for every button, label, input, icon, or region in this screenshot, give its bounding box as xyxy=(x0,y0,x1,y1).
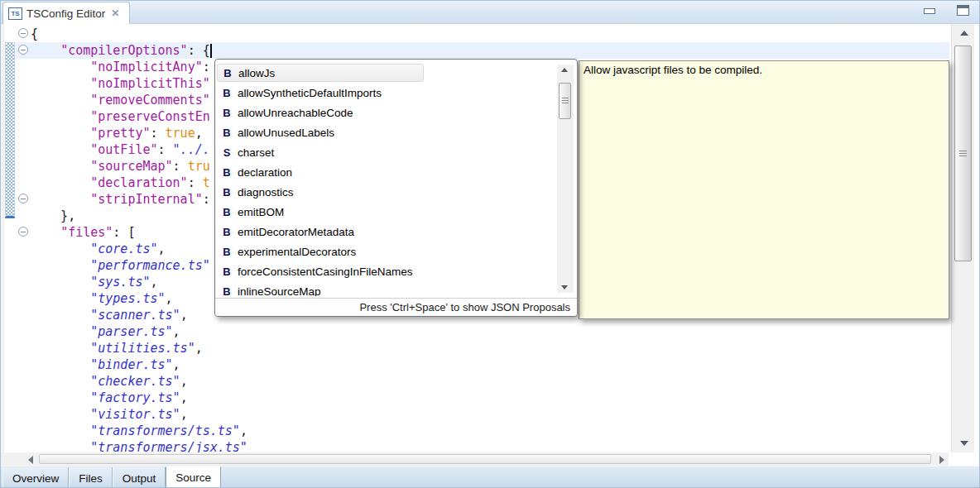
marker-ruler xyxy=(1,24,4,452)
completion-item-label: emitBOM xyxy=(238,206,284,218)
completion-item-label: experimentalDecorators xyxy=(238,246,356,258)
completion-popup: BallowJsBallowSyntheticDefaultImportsBal… xyxy=(214,59,578,317)
completion-item-label: allowUnreachableCode xyxy=(238,107,353,119)
doc-tooltip: Allow javascript files to be compiled. xyxy=(579,60,949,319)
completion-item-label: declaration xyxy=(238,166,292,179)
boolean-type-icon: B xyxy=(223,67,233,79)
popup-status-text: Press 'Ctrl+Space' to show JSON Proposal… xyxy=(359,301,570,313)
code-line[interactable]: "visitor.ts", xyxy=(31,406,949,423)
code-line[interactable]: "binder.ts", xyxy=(31,356,949,373)
popup-scroll-down-icon[interactable] xyxy=(561,285,568,289)
boolean-type-icon: B xyxy=(222,285,232,297)
boolean-type-icon: B xyxy=(222,166,232,179)
doc-tooltip-text: Allow javascript files to be compiled. xyxy=(584,64,762,76)
completion-item-label: diagnostics xyxy=(238,186,294,199)
completion-item-allowJs[interactable]: BallowJs xyxy=(217,64,424,82)
completion-item-label: forceConsistentCasingInFileNames xyxy=(238,266,413,278)
boolean-type-icon: B xyxy=(222,107,232,119)
code-line[interactable]: "checker.ts", xyxy=(31,373,949,390)
completion-item-label: emitDecoratorMetadata xyxy=(238,226,354,238)
code-line[interactable]: "utilities.ts", xyxy=(31,340,949,356)
minimize-icon[interactable] xyxy=(924,8,935,14)
completion-list: BallowJsBallowSyntheticDefaultImportsBal… xyxy=(217,63,555,296)
boolean-type-icon: B xyxy=(222,266,232,278)
popup-scrollbar-grip xyxy=(562,98,569,104)
fold-range-indicator xyxy=(5,42,15,218)
popup-scrollbar-thumb[interactable] xyxy=(559,83,571,119)
boolean-type-icon: B xyxy=(222,127,232,139)
vertical-scrollbar-thumb[interactable] xyxy=(954,45,972,261)
boolean-type-icon: B xyxy=(222,226,232,238)
completion-item-allowUnusedLabels[interactable]: BallowUnusedLabels xyxy=(217,122,555,142)
boolean-type-icon: B xyxy=(222,186,232,199)
ts-file-icon: TS xyxy=(8,7,22,20)
completion-item-experimentalDecorators[interactable]: BexperimentalDecorators xyxy=(217,242,555,261)
editor-tab-bar: TS TSConfig Editor ✕ xyxy=(1,1,980,24)
view-controls xyxy=(924,5,969,16)
tab-files[interactable]: Files xyxy=(69,467,113,488)
tab-overview[interactable]: Overview xyxy=(2,467,69,488)
maximize-icon[interactable] xyxy=(957,5,969,16)
close-icon[interactable]: ✕ xyxy=(111,7,119,19)
completion-item-allowUnreachableCode[interactable]: BallowUnreachableCode xyxy=(217,103,555,122)
scrollbar-corner xyxy=(1,452,24,466)
text-cursor xyxy=(210,44,212,58)
tsconfig-editor-window: TS TSConfig Editor ✕ { "compilerOptions"… xyxy=(0,0,980,488)
completion-item-inlineSourceMap[interactable]: BinlineSourceMap xyxy=(217,281,555,296)
boolean-type-icon: B xyxy=(222,87,232,99)
popup-scroll-up-icon[interactable] xyxy=(561,68,568,72)
code-line[interactable]: "transformers/jsx.ts" xyxy=(31,439,949,452)
code-line[interactable]: "parser.ts", xyxy=(31,323,949,340)
horizontal-scrollbar-thumb[interactable] xyxy=(39,454,931,464)
bottom-tab-bar: OverviewFilesOutputSource xyxy=(1,466,980,488)
popup-scrollbar[interactable] xyxy=(557,65,574,293)
completion-item-emitBOM[interactable]: BemitBOM xyxy=(217,202,555,222)
vertical-scrollbar[interactable] xyxy=(951,24,974,452)
scroll-down-icon[interactable] xyxy=(960,441,968,446)
completion-item-forceConsistentCasingInFileNames[interactable]: BforceConsistentCasingInFileNames xyxy=(217,261,555,281)
completion-item-label: inlineSourceMap xyxy=(238,285,321,297)
completion-item-label: allowSyntheticDefaultImports xyxy=(238,87,382,99)
completion-item-emitDecoratorMetadata[interactable]: BemitDecoratorMetadata xyxy=(217,222,555,242)
boolean-type-icon: B xyxy=(222,246,232,258)
horizontal-scrollbar[interactable] xyxy=(24,452,949,466)
scroll-right-icon[interactable] xyxy=(939,456,944,464)
tab-source[interactable]: Source xyxy=(166,466,221,488)
fold-collapse-icon[interactable] xyxy=(18,227,28,237)
completion-item-charset[interactable]: Scharset xyxy=(217,142,555,162)
code-line[interactable]: "factory.ts", xyxy=(31,390,949,406)
fold-collapse-icon[interactable] xyxy=(18,45,28,55)
code-line[interactable]: { xyxy=(31,26,949,42)
completion-item-allowSyntheticDefaultImports[interactable]: BallowSyntheticDefaultImports xyxy=(217,83,555,103)
boolean-type-icon: B xyxy=(222,206,232,218)
string-type-icon: S xyxy=(222,146,232,159)
popup-status-bar: Press 'Ctrl+Space' to show JSON Proposal… xyxy=(215,298,577,316)
code-line[interactable]: "transformers/ts.ts", xyxy=(31,423,949,439)
scroll-left-icon[interactable] xyxy=(28,456,33,464)
completion-item-label: charset xyxy=(238,146,274,159)
tab-tsconfig-editor[interactable]: TS TSConfig Editor ✕ xyxy=(2,2,130,24)
fold-collapse-icon[interactable] xyxy=(18,28,28,38)
tab-output[interactable]: Output xyxy=(113,467,166,488)
editor-tab-title: TSConfig Editor xyxy=(26,7,105,20)
completion-item-diagnostics[interactable]: Bdiagnostics xyxy=(217,182,555,202)
scrollbar-grip xyxy=(959,151,967,157)
completion-item-declaration[interactable]: Bdeclaration xyxy=(217,162,555,182)
completion-item-label: allowJs xyxy=(238,67,275,79)
code-line[interactable]: "compilerOptions": { xyxy=(31,42,949,59)
scroll-up-icon[interactable] xyxy=(960,31,968,36)
fold-collapse-icon[interactable] xyxy=(18,194,28,203)
completion-item-label: allowUnusedLabels xyxy=(238,127,334,139)
